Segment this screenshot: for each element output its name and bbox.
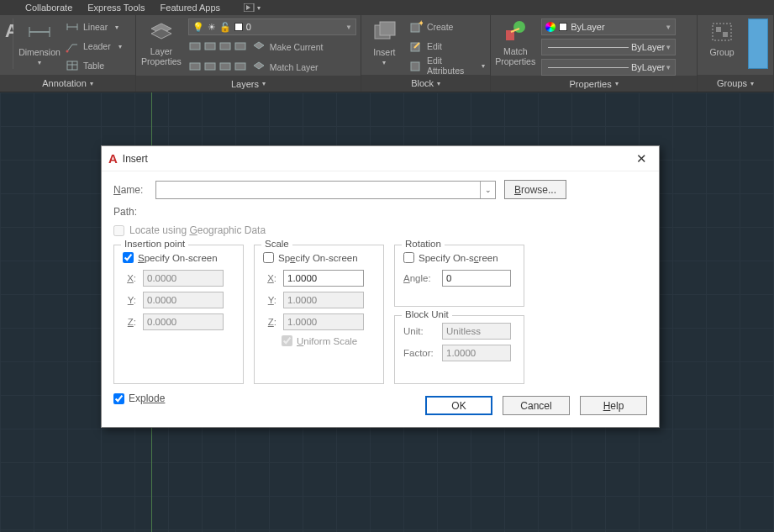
autocad-logo-icon: A xyxy=(108,151,118,166)
insertion-y-field xyxy=(143,292,224,308)
layer-tool-2[interactable] xyxy=(203,39,217,52)
lightbulb-icon: 💡 xyxy=(192,22,204,33)
menu-collaborate[interactable]: Collaborate xyxy=(25,3,72,13)
edit-attr-icon xyxy=(409,59,423,72)
svg-text:A: A xyxy=(5,20,13,41)
svg-rect-37 xyxy=(723,32,728,37)
table-button[interactable]: Table xyxy=(66,57,122,74)
panel-title-properties[interactable]: Properties▾ xyxy=(491,76,697,92)
browse-button[interactable]: Browse... xyxy=(504,180,566,199)
edit-attributes-button[interactable]: Edit Attributes▾ xyxy=(409,57,485,74)
locate-geographic-label: Locate using Geographic Data xyxy=(129,224,266,236)
name-label: Name: xyxy=(113,184,147,196)
svg-rect-23 xyxy=(235,63,245,70)
panel-title-groups[interactable]: Groups▾ xyxy=(698,75,773,92)
layer-tool-8[interactable] xyxy=(234,59,247,72)
panel-block: Insert ▾ ✦ Create Edit Edit Attributes▾ … xyxy=(361,15,491,92)
scale-specify-checkbox[interactable] xyxy=(263,252,274,263)
match-icon xyxy=(502,18,529,45)
swatch-icon xyxy=(559,23,567,31)
group-insertion-point: Insertion point Specify On-screen X: Y: … xyxy=(113,245,244,384)
chevron-down-icon: ▼ xyxy=(665,44,671,51)
layer-tool-1[interactable] xyxy=(188,39,202,52)
create-icon: ✦ xyxy=(409,20,423,34)
svg-rect-31 xyxy=(411,62,419,71)
menu-featured-apps[interactable]: Featured Apps xyxy=(161,3,221,13)
panel-title-block[interactable]: Block▾ xyxy=(361,75,490,92)
layer-tool-3[interactable] xyxy=(219,39,232,52)
dialog-title: Insert xyxy=(123,153,148,165)
match-layer-label: Match Layer xyxy=(270,62,319,72)
side-tab[interactable] xyxy=(748,18,768,69)
layer-properties-label: Layer Properties xyxy=(141,47,182,66)
match-layer-icon xyxy=(252,61,266,74)
match-properties-button[interactable]: Match Properties xyxy=(496,18,534,66)
factor-field xyxy=(442,345,511,361)
svg-marker-1 xyxy=(246,5,250,10)
panel-title-layers[interactable]: Layers▾ xyxy=(136,76,361,92)
factor-label: Factor: xyxy=(403,348,435,358)
panel-title-annotation[interactable]: Annotation▾ xyxy=(0,75,135,92)
explode-label: Explode xyxy=(129,392,165,404)
group-scale: Scale Specify On-screen X: Y: Z: Uniform… xyxy=(254,245,384,384)
layer-properties-button[interactable]: Layer Properties xyxy=(141,18,182,66)
linear-button[interactable]: Linear▾ xyxy=(66,18,122,35)
layer-tool-5[interactable] xyxy=(188,59,202,72)
scale-specify-label: Specify On-screen xyxy=(278,253,358,263)
chevron-down-icon[interactable]: ⌄ xyxy=(480,182,495,198)
name-combo[interactable]: ⌄ xyxy=(155,181,496,199)
edit-block-button[interactable]: Edit xyxy=(409,38,485,55)
help-button[interactable]: Help xyxy=(580,396,647,415)
ok-button[interactable]: OK xyxy=(425,396,492,415)
group-button[interactable]: Group xyxy=(703,18,741,57)
insertion-y-label: Y: xyxy=(123,295,136,305)
cancel-button[interactable]: Cancel xyxy=(503,396,570,415)
insertion-specify-label: Specify On-screen xyxy=(138,253,218,263)
linetype-combo[interactable]: ByLayer ▼ xyxy=(541,59,676,76)
rotation-specify-checkbox[interactable] xyxy=(403,252,414,263)
svg-rect-35 xyxy=(713,24,731,40)
dialog-titlebar[interactable]: A Insert ✕ xyxy=(102,146,659,171)
layer-color-swatch xyxy=(234,23,243,31)
svg-rect-16 xyxy=(205,43,215,50)
insertion-legend: Insertion point xyxy=(121,239,188,249)
panel-layers: Layer Properties 💡 ☀ 🔓 0 ▼ xyxy=(136,15,361,92)
svg-rect-18 xyxy=(235,43,245,50)
create-block-button[interactable]: ✦ Create xyxy=(409,18,485,35)
layer-combo[interactable]: 💡 ☀ 🔓 0 ▼ xyxy=(188,18,356,35)
group-icon xyxy=(708,18,735,45)
chevron-down-icon: ▼ xyxy=(665,64,671,71)
dimension-button[interactable]: Dimension ▾ xyxy=(20,18,59,66)
layer-tool-6[interactable] xyxy=(203,59,217,72)
match-layer-button[interactable]: Match Layer xyxy=(252,59,319,76)
lw-bylayer-label: ByLayer xyxy=(631,42,665,52)
chevron-down-icon: ▼ xyxy=(345,24,352,31)
svg-rect-21 xyxy=(205,63,215,70)
insertion-z-label: Z: xyxy=(123,317,136,327)
leader-button[interactable]: Leader▾ xyxy=(66,38,122,55)
layer-tool-4[interactable] xyxy=(234,39,247,52)
insert-block-button[interactable]: Insert ▾ xyxy=(366,18,403,66)
text-button-edge[interactable]: A xyxy=(5,18,13,69)
color-bylayer-label: ByLayer xyxy=(571,22,604,32)
make-current-button[interactable]: Make Current xyxy=(252,39,324,55)
layer-tool-7[interactable] xyxy=(219,59,232,72)
edit-attr-label: Edit Attributes xyxy=(427,55,476,76)
explode-checkbox[interactable] xyxy=(113,393,124,404)
group-label: Group xyxy=(709,47,734,57)
insertion-specify-checkbox[interactable] xyxy=(123,252,134,263)
play-dropdown[interactable]: ▾ xyxy=(244,3,261,12)
insertion-z-field xyxy=(143,313,224,330)
svg-rect-26 xyxy=(380,22,395,35)
unit-label: Unit: xyxy=(403,326,435,336)
scale-x-field[interactable] xyxy=(283,270,364,287)
angle-field[interactable] xyxy=(442,270,511,287)
lineweight-combo[interactable]: ByLayer ▼ xyxy=(541,39,676,55)
uniform-scale-checkbox xyxy=(282,335,292,346)
color-combo[interactable]: ByLayer ▼ xyxy=(541,18,676,35)
close-icon[interactable]: ✕ xyxy=(631,150,652,168)
group-block-unit: Block Unit Unit: Factor: xyxy=(394,315,524,384)
path-label: Path: xyxy=(113,206,647,218)
menu-express-tools[interactable]: Express Tools xyxy=(87,3,145,13)
scale-x-label: X: xyxy=(263,273,276,283)
